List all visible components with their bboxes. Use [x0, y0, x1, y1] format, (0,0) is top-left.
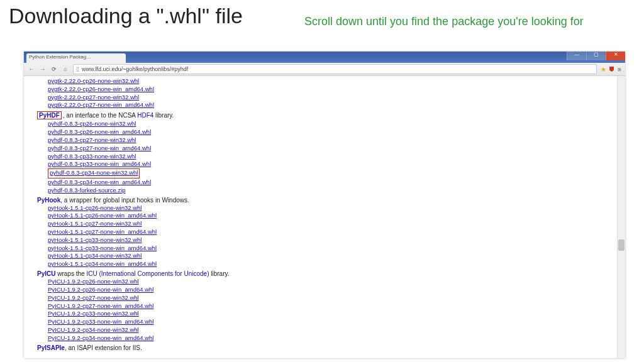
- adblock-icon[interactable]: ⛊: [609, 66, 615, 73]
- whl-link[interactable]: pyhdf-0.8.3-cp27-none-win_amd64.whl: [48, 145, 151, 153]
- whl-link[interactable]: PyICU-1.9.2-cp26-none-win_amd64.whl: [48, 286, 153, 294]
- package-header: PyISAPIe, an ISAPI extension for IIS.: [37, 344, 625, 351]
- whl-link[interactable]: pyhdf-0.8.3-cp26-none-win32.whl: [48, 120, 136, 128]
- whl-link[interactable]: PyICU-1.9.2-cp34-none-win_amd64.whl: [48, 334, 153, 343]
- whl-link[interactable]: PyICU-1.9.2-cp33-none-win32.whl: [48, 310, 139, 318]
- whl-link[interactable]: pyhdf-0.8.3-cp34-none-win_amd64.whl: [48, 178, 151, 187]
- url-field[interactable]: ▯ www.lfd.uci.edu/~gohlke/pythonlibs/#py…: [73, 64, 597, 74]
- whl-link[interactable]: pyHook-1.5.1-cp33-none-win32.whl: [48, 236, 142, 244]
- whl-link[interactable]: pyhdf-0.8.3-cp33-none-win32.whl: [48, 153, 136, 161]
- whl-link[interactable]: pyHook-1.5.1-cp27-none-win32.whl: [48, 220, 142, 228]
- maximize-button[interactable]: ▢: [586, 52, 606, 60]
- whl-link[interactable]: PyICU-1.9.2-cp26-none-win32.whl: [48, 278, 139, 286]
- window-controls: — ▢ ✕: [567, 52, 625, 60]
- url-text: www.lfd.uci.edu/~gohlke/pythonlibs/#pyhd…: [82, 66, 188, 72]
- whl-link[interactable]: PyICU-1.9.2-cp33-none-win_amd64.whl: [48, 318, 153, 326]
- whl-link[interactable]: pyHook-1.5.1-cp27-none-win_amd64.whl: [48, 228, 157, 236]
- address-bar: ← → ⟳ ⌂ ▯ www.lfd.uci.edu/~gohlke/python…: [24, 63, 625, 76]
- reload-icon[interactable]: ⟳: [50, 66, 58, 72]
- package-name-highlight: PyHDF: [37, 111, 62, 119]
- minimize-button[interactable]: —: [567, 52, 586, 60]
- scrollbar-thumb[interactable]: [618, 239, 625, 251]
- whl-link[interactable]: pygtk-2.22.0-cp27-none-win32.whl: [48, 94, 139, 102]
- whl-link[interactable]: pyHook-1.5.1-cp26-none-win32.whl: [48, 204, 142, 212]
- bookmark-icon[interactable]: ★: [601, 66, 606, 73]
- slide-subtitle: Scroll down until you find the package y…: [304, 15, 584, 28]
- whl-link[interactable]: pygtk-2.22.0-cp26-none-win_amd64.whl: [48, 85, 154, 94]
- package-header: PyICU wraps the ICU (International Compo…: [37, 270, 625, 277]
- forward-icon[interactable]: →: [39, 66, 47, 72]
- menu-icon[interactable]: ≡: [618, 66, 621, 73]
- browser-tab[interactable]: Python Extension Packag…: [26, 53, 126, 63]
- page-icon: ▯: [76, 66, 79, 72]
- whl-link[interactable]: pygtk-2.22.0-cp27-none-win_amd64.whl: [48, 101, 154, 109]
- slide-title: Downloading a ".whl" file: [9, 4, 243, 28]
- whl-link[interactable]: pyhdf-0.8.3-forked-source.zip: [48, 187, 126, 195]
- browser-window: Python Extension Packag… — ▢ ✕ ← → ⟳ ⌂ ▯…: [24, 52, 625, 358]
- whl-link[interactable]: PyICU-1.9.2-cp27-none-win32.whl: [48, 294, 139, 302]
- whl-link[interactable]: pyHook-1.5.1-cp33-none-win_amd64.whl: [48, 244, 157, 253]
- home-icon[interactable]: ⌂: [62, 66, 69, 72]
- whl-link[interactable]: pyHook-1.5.1-cp26-none-win_amd64.whl: [48, 212, 157, 220]
- whl-link[interactable]: pyHook-1.5.1-cp34-none-win_amd64.whl: [48, 260, 157, 268]
- package-header: PyHook, a wrapper for global input hooks…: [37, 197, 625, 204]
- package-header: PyHDF, an interface to the NCSA HDF4 lib…: [37, 111, 625, 119]
- whl-link[interactable]: pyhdf-0.8.3-cp26-none-win_amd64.whl: [48, 128, 151, 136]
- whl-link[interactable]: pyhdf-0.8.3-cp27-none-win32.whl: [48, 136, 136, 145]
- whl-link[interactable]: PyICU-1.9.2-cp27-none-win_amd64.whl: [48, 302, 153, 310]
- whl-link[interactable]: pyhdf-0.8.3-cp34-none-win32.whl: [48, 168, 140, 178]
- scrollbar[interactable]: [617, 76, 625, 358]
- whl-link[interactable]: pygtk-2.22.0-cp26-none-win32.whl: [48, 77, 139, 85]
- whl-link[interactable]: PyICU-1.9.2-cp34-none-win32.whl: [48, 326, 139, 334]
- tab-strip: Python Extension Packag… — ▢ ✕: [24, 52, 625, 63]
- page-content: pygtk-2.22.0-cp26-none-win32.whlpygtk-2.…: [24, 76, 625, 358]
- whl-link[interactable]: pyHook-1.5.1-cp34-none-win32.whl: [48, 252, 142, 260]
- whl-link[interactable]: pyhdf-0.8.3-cp33-none-win_amd64.whl: [48, 160, 151, 168]
- back-icon[interactable]: ←: [28, 66, 35, 72]
- close-button[interactable]: ✕: [606, 52, 625, 60]
